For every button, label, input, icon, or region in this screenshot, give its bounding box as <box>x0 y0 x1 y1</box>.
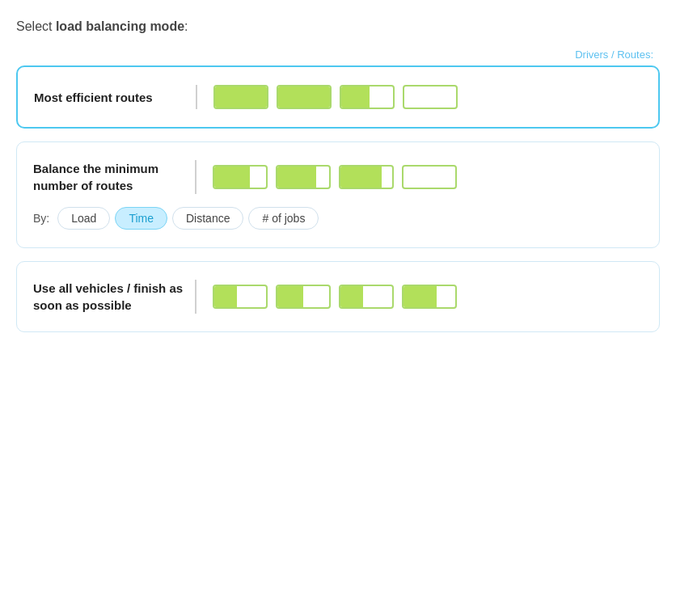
bar-fill-most-efficient-2 <box>341 86 370 108</box>
bars-row-most-efficient <box>213 85 643 109</box>
card-label-most-efficient: Most efficient routes <box>34 89 196 106</box>
card-all-vehicles[interactable]: Use all vehicles / finish as soon as pos… <box>16 261 660 332</box>
bar-most-efficient-0 <box>213 85 268 109</box>
card-divider <box>196 85 197 109</box>
bar-all-vehicles-1 <box>276 285 331 309</box>
by-option-load[interactable]: Load <box>57 207 110 230</box>
bar-fill-all-vehicles-2 <box>340 286 364 307</box>
page-title: Select load balancing mode: <box>16 19 660 34</box>
bar-all-vehicles-2 <box>339 285 394 309</box>
card-label-balance-minimum: Balance the minimum number of routes <box>33 160 195 194</box>
card-divider <box>195 160 196 194</box>
bar-fill-most-efficient-0 <box>215 86 267 108</box>
bar-balance-minimum-1 <box>276 165 331 189</box>
bar-most-efficient-3 <box>403 85 458 109</box>
bar-fill-all-vehicles-0 <box>214 286 238 307</box>
bar-fill-most-efficient-1 <box>278 86 330 108</box>
by-options-row: By:LoadTimeDistance# of jobs <box>33 207 643 230</box>
bar-all-vehicles-0 <box>213 285 268 309</box>
bars-row-all-vehicles <box>213 285 644 309</box>
bar-all-vehicles-3 <box>402 285 457 309</box>
card-label-all-vehicles: Use all vehicles / finish as soon as pos… <box>33 280 195 314</box>
bars-row-balance-minimum <box>213 165 644 189</box>
bar-fill-balance-minimum-1 <box>277 167 316 188</box>
card-most-efficient[interactable]: Most efficient routes <box>16 65 660 129</box>
by-label: By: <box>33 212 49 225</box>
by-option---of-jobs[interactable]: # of jobs <box>248 207 319 230</box>
bar-most-efficient-2 <box>340 85 395 109</box>
card-balance-minimum[interactable]: Balance the minimum number of routesBy:L… <box>16 141 660 248</box>
by-option-time[interactable]: Time <box>115 207 167 230</box>
bar-fill-all-vehicles-1 <box>277 286 303 307</box>
bar-fill-balance-minimum-0 <box>214 167 251 188</box>
bar-balance-minimum-3 <box>402 165 457 189</box>
by-option-distance[interactable]: Distance <box>172 207 243 230</box>
card-divider <box>195 280 196 314</box>
bar-balance-minimum-2 <box>339 165 394 189</box>
drivers-routes-label: Drivers / Routes: <box>16 49 660 61</box>
bar-balance-minimum-0 <box>213 165 268 189</box>
bar-fill-balance-minimum-2 <box>340 167 382 188</box>
bar-most-efficient-1 <box>277 85 332 109</box>
bar-fill-all-vehicles-3 <box>403 286 437 307</box>
